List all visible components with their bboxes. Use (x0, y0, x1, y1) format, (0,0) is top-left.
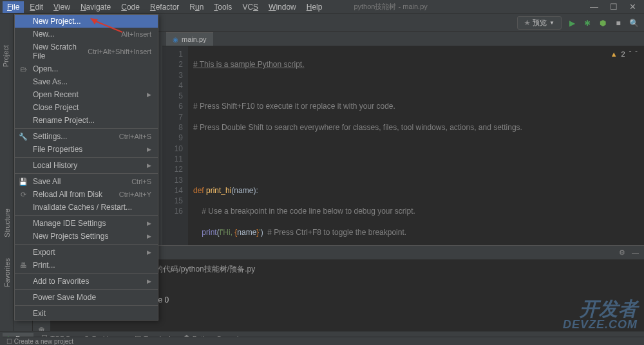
close-icon[interactable]: ✕ (629, 2, 636, 12)
separator (15, 273, 158, 274)
stop-icon[interactable]: ■ (613, 18, 623, 28)
menu-print[interactable]: 🖶Print... (15, 259, 158, 272)
separator (15, 244, 158, 245)
menu-invalidate[interactable]: Invalidate Caches / Restart... (15, 201, 158, 214)
menu-close-project[interactable]: Close Project (15, 101, 158, 114)
menu-manage-ide[interactable]: Manage IDE Settings▶ (15, 217, 158, 230)
menu-run[interactable]: Run (185, 1, 208, 13)
print-icon: 🖶 (19, 261, 28, 269)
separator (15, 305, 158, 306)
separator (15, 289, 158, 290)
menu-help[interactable]: Help (302, 1, 327, 13)
chevron-right-icon: ▶ (147, 220, 151, 227)
menu-local-history[interactable]: Local History▶ (15, 159, 158, 172)
chevron-right-icon: ▶ (147, 162, 151, 169)
run-icon[interactable]: ▶ (567, 18, 577, 28)
editor-tabs: ◉main.py (162, 32, 644, 46)
menu-window[interactable]: Window (264, 1, 301, 13)
menu-open[interactable]: 🗁Open... (15, 62, 158, 75)
chevron-right-icon: ▶ (147, 146, 151, 153)
menu-code[interactable]: Code (117, 1, 144, 13)
window-controls: — ☐ ✕ (590, 2, 641, 12)
menu-refactor[interactable]: Refactor (146, 1, 184, 13)
menu-vcs[interactable]: VCS (238, 1, 263, 13)
menu-save-all[interactable]: 💾Save AllCtrl+S (15, 175, 158, 188)
chevron-right-icon: ▶ (147, 91, 151, 98)
menu-new[interactable]: New...Alt+Insert (15, 28, 158, 41)
run-with-coverage-icon[interactable]: ⬢ (598, 18, 608, 28)
sidebar-tab-favorites[interactable]: Favorites (1, 253, 13, 292)
menu-file[interactable]: File (3, 1, 24, 13)
separator (15, 215, 158, 216)
preview-button[interactable]: ✭预览▼ (517, 16, 562, 30)
status-message: ☐ Create a new project (3, 337, 644, 345)
gear-icon[interactable]: ⚙ (619, 248, 625, 257)
save-icon: 💾 (19, 178, 28, 186)
chevron-right-icon: ▶ (147, 249, 151, 256)
menu-new-projects-settings[interactable]: New Projects Settings▶ (15, 230, 158, 243)
sidebar-tab-project[interactable]: Project (0, 40, 12, 72)
python-file-icon: ◉ (173, 36, 178, 43)
window-title: python技能树 - main.py (354, 2, 427, 12)
file-dropdown: New Project... New...Alt+Insert New Scra… (14, 14, 158, 321)
menu-export[interactable]: Export▶ (15, 246, 158, 259)
minimize-icon[interactable]: — (590, 2, 598, 12)
menu-view[interactable]: View (49, 1, 75, 13)
menu-exit[interactable]: Exit (15, 307, 158, 320)
separator (15, 128, 158, 129)
debug-icon[interactable]: ✱ (582, 18, 592, 28)
menu-new-project[interactable]: New Project... (15, 15, 158, 28)
menubar: File Edit View Navigate Code Refactor Ru… (0, 0, 644, 14)
sidebar-tab-structure[interactable]: Structure (1, 203, 13, 243)
warning-icon[interactable]: ▲ (611, 50, 618, 58)
hide-icon[interactable]: — (632, 248, 639, 257)
menu-power-save[interactable]: Power Save Mode (15, 291, 158, 304)
search-icon[interactable]: 🔍 (629, 18, 639, 28)
folder-icon: 🗁 (19, 65, 28, 73)
menu-file-properties[interactable]: File Properties▶ (15, 143, 158, 156)
menu-edit[interactable]: Edit (25, 1, 48, 13)
menu-navigate[interactable]: Navigate (76, 1, 115, 13)
wrench-icon: 🔧 (19, 133, 28, 141)
menu-rename-project[interactable]: Rename Project... (15, 114, 158, 127)
chevron-right-icon: ▶ (147, 233, 151, 239)
menu-settings[interactable]: 🔧Settings...Ctrl+Alt+S (15, 130, 158, 143)
menu-tools[interactable]: Tools (209, 1, 236, 13)
menu-add-favorites[interactable]: Add to Favorites▶ (15, 275, 158, 288)
menu-new-scratch[interactable]: New Scratch FileCtrl+Alt+Shift+Insert (15, 41, 158, 62)
maximize-icon[interactable]: ☐ (610, 2, 618, 12)
left-sidebar: Project Structure Favorites (0, 14, 14, 331)
chevron-down-icon[interactable]: ˇ (635, 50, 638, 58)
chevron-up-icon[interactable]: ˆ (629, 50, 632, 58)
menu-save-as[interactable]: Save As... (15, 75, 158, 88)
editor: ◉main.py ▲2ˆˇ 12345678910111213141516 # … (162, 32, 644, 245)
menu-open-recent[interactable]: Open Recent▶ (15, 88, 158, 101)
separator (15, 173, 158, 174)
menu-reload[interactable]: ⟳Reload All from DiskCtrl+Alt+Y (15, 188, 158, 201)
chevron-right-icon: ▶ (147, 278, 151, 284)
reload-icon: ⟳ (19, 191, 28, 199)
separator (15, 157, 158, 158)
editor-indicators: ▲2ˆˇ (611, 50, 638, 58)
editor-tab-main[interactable]: ◉main.py (166, 32, 213, 46)
